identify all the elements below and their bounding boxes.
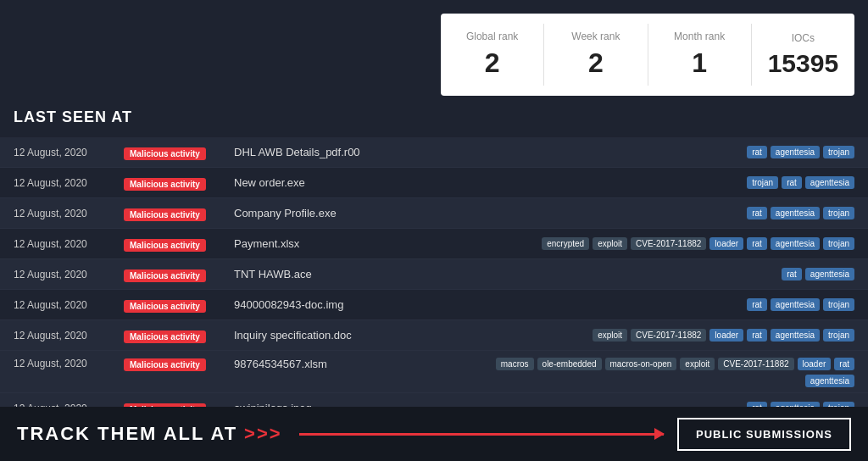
tag-rat: rat [747,237,767,250]
tag-rat: rat [834,358,854,370]
global-rank-label: Global rank [466,31,518,42]
tag-exploit: exploit [680,358,715,370]
tag-trojan: trojan [747,176,778,189]
row-filename: 94000082943-doc.img [234,298,403,311]
tag-macros-on-open: macros-on-open [605,358,677,370]
tag-exploit: exploit [593,237,627,250]
tag-trojan: trojan [823,298,854,311]
table-row: 12 August, 2020Malicious activityNew ord… [0,168,868,198]
tag-trojan: trojan [823,329,854,342]
tag-rat: rat [747,298,767,311]
malicious-badge: Malicious activity [124,239,206,252]
table-row: 12 August, 2020Malicious activityInquiry… [0,320,868,351]
row-filename: DHL AWB Details_pdf.r00 [234,146,403,158]
iocs-label: IOCs [792,32,815,44]
tag-exploit: exploit [593,329,627,342]
malicious-badge: Malicious activity [124,147,206,160]
table-area: 12 August, 2020Malicious activityDHL AWB… [0,137,868,407]
row-filename: Payment.xlsx [234,237,403,250]
tag-rat: rat [747,329,767,342]
footer-bar: TRACK THEM ALL AT >>> PUBLIC SUBMISSIONS [0,407,868,461]
tag-rat: rat [747,207,767,219]
arrow-line [299,433,664,436]
row-date: 12 August, 2020 [14,269,124,280]
table-row: 12 August, 2020Malicious activityDHL AWB… [0,137,868,168]
week-rank-label: Week rank [571,31,620,42]
tag-agenttesia: agenttesia [805,176,854,189]
tag-trojan: trojan [823,237,854,250]
malicious-badge: Malicious activity [124,178,206,191]
week-rank-stat: Week rank 2 [544,24,648,86]
row-date: 12 August, 2020 [14,177,124,189]
row-filename: Company Profile.exe [234,207,403,219]
global-rank-stat: Global rank 2 [441,24,544,86]
public-submissions-button[interactable]: PUBLIC SUBMISSIONS [677,418,851,451]
tag-loader: loader [709,329,743,342]
tag-CVE-2017-11882: CVE-2017-11882 [631,237,706,250]
tag-agenttesia: agenttesia [805,268,854,280]
global-rank-value: 2 [485,47,500,79]
table-row: 12 August, 2020Malicious activityPayment… [0,229,868,259]
tag-agenttesia: agenttesia [805,375,854,387]
iocs-value: 15395 [768,49,838,78]
iocs-stat: IOCs 15395 [752,24,854,86]
month-rank-label: Month rank [674,31,725,42]
row-filename: New order.exe [234,176,403,189]
malicious-badge: Malicious activity [124,330,206,343]
week-rank-value: 2 [588,47,604,79]
table-row: 12 August, 2020Malicious activityTNT HAW… [0,259,868,290]
section-title: LAST SEEN AT [14,108,132,126]
row-date: 12 August, 2020 [14,147,124,158]
tag-rat: rat [782,176,802,189]
tag-CVE-2017-11882: CVE-2017-11882 [718,358,793,370]
tag-agenttesia: agenttesia [771,237,820,250]
track-text: TRACK THEM ALL AT [17,423,237,445]
tag-trojan: trojan [823,146,854,158]
tag-agenttesia: agenttesia [771,298,820,311]
table-row: 12 August, 2020Malicious activity9400008… [0,290,868,320]
tag-agenttesia: agenttesia [771,146,820,158]
footer-track-label: TRACK THEM ALL AT >>> [17,423,282,445]
table-row: 12 August, 2020Malicious activityowinini… [0,393,868,407]
chevrons-icon: >>> [244,423,282,445]
row-filename: TNT HAWB.ace [234,268,403,280]
row-date: 12 August, 2020 [14,330,124,342]
row-filename: 98764534567.xlsm [234,358,403,370]
row-filename: Inquiry specification.doc [234,329,403,342]
row-date: 12 August, 2020 [14,208,124,219]
tag-encrypted: encrypted [542,237,589,250]
malicious-badge: Malicious activity [124,269,206,282]
month-rank-value: 1 [692,47,707,79]
tag-CVE-2017-11882: CVE-2017-11882 [631,329,706,342]
footer-arrow: PUBLIC SUBMISSIONS [282,418,851,451]
tag-trojan: trojan [823,207,854,219]
tag-ole-embedded: ole-embedded [537,358,602,370]
row-date: 12 August, 2020 [14,299,124,311]
malicious-badge: Malicious activity [124,300,206,313]
stats-card: Global rank 2 Week rank 2 Month rank 1 I… [441,14,854,96]
tag-agenttesia: agenttesia [771,329,820,342]
malicious-badge: Malicious activity [124,208,206,221]
tag-rat: rat [782,268,802,280]
tag-loader: loader [798,358,832,370]
month-rank-stat: Month rank 1 [648,24,752,86]
tag-macros: macros [496,358,534,370]
malicious-badge: Malicious activity [124,358,206,371]
table-row: 12 August, 2020Malicious activityCompany… [0,198,868,229]
tag-rat: rat [747,146,767,158]
row-date: 12 August, 2020 [14,238,124,250]
row-date: 12 August, 2020 [14,358,124,369]
tag-loader: loader [709,237,743,250]
table-row: 12 August, 2020Malicious activity9876453… [0,351,868,393]
tag-agenttesia: agenttesia [771,207,820,219]
